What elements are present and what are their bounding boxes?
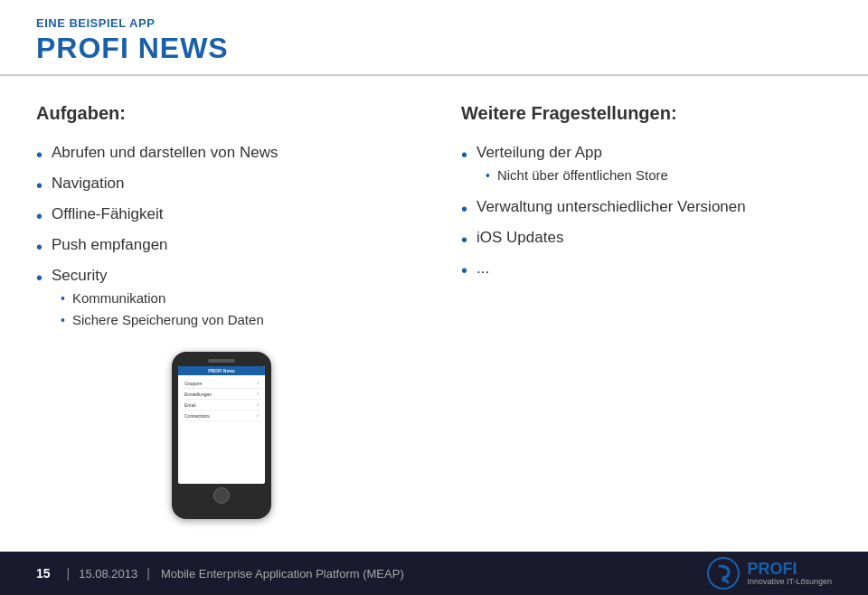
list-item: Sichere Speicherung von Daten [52,312,407,328]
footer: 15 | 15.08.2013 | Mobile Enterprise Appl… [0,552,868,595]
list-item-text: Security Kommunikation Sichere Speicheru… [52,267,407,334]
header-subtitle: Eine Beispiel App [36,16,832,30]
footer-description: Mobile Enterprise Application Platform (… [161,567,404,581]
main-content: Aufgaben: Abrufen und darstellen von New… [0,76,868,552]
list-item: iOS Updates [461,229,832,250]
list-item: Navigation [36,175,407,196]
header-title: PROFI NEWS [36,32,832,65]
phone-screen-body: Gruppen Einstellungen Email Connections [178,375,265,484]
list-item-text: Verwaltung unterschiedlicher Versionen [476,198,832,216]
phone-menu-item: Email [182,400,261,411]
list-item-text: iOS Updates [476,229,832,247]
list-item: ... [461,260,832,281]
list-item-text: Push empfangen [52,236,407,254]
list-item: Verwaltung unterschiedlicher Versionen [461,198,832,220]
footer-logo-tagline: Innovative IT-Lösungen [747,577,832,587]
sub-bullet-list: Nicht über öffentlichen Store [476,167,832,184]
footer-divider: | [67,566,71,581]
footer-page-number: 15 [36,566,51,581]
footer-logo-name: PROFI [747,561,832,577]
list-item: Abrufen und darstellen von News [36,144,407,165]
list-item-text: ... [476,260,832,278]
right-bullet-list: Verteilung der App Nicht über öffentlich… [461,144,832,281]
list-item-text: Navigation [52,175,407,193]
left-column: Aufgaben: Abrufen und darstellen von New… [36,103,443,543]
list-item: Kommunikation [52,290,407,307]
list-item-text: Abrufen und darstellen von News [52,144,407,162]
phone-screen-header: PROFI News [178,366,265,375]
list-item: Security Kommunikation Sichere Speicheru… [36,267,407,334]
profi-logo-icon [707,557,740,590]
phone-speaker [208,359,235,363]
svg-point-0 [708,558,739,589]
phone-menu-item: Einstellungen [182,389,261,400]
phone-home-button [213,487,230,504]
list-item-text: Kommunikation [72,290,165,306]
phone-menu-item: Gruppen [182,378,261,389]
footer-logo: PROFI Innovative IT-Lösungen [707,557,832,590]
phone-container: PROFI News Gruppen Einstellungen Email C… [36,352,407,519]
list-item: Push empfangen [36,236,407,258]
header: Eine Beispiel App PROFI NEWS [0,0,868,76]
list-item: Nicht über öffentlichen Store [476,167,832,184]
footer-logo-text: PROFI Innovative IT-Lösungen [747,561,832,587]
phone-screen: PROFI News Gruppen Einstellungen Email C… [178,366,265,484]
list-item: Offline-Fähigkeit [36,205,407,227]
right-section-heading: Weitere Fragestellungen: [461,103,832,124]
footer-divider2: | [146,566,150,581]
phone-menu-item: Connections [182,411,261,421]
sub-bullet-list: Kommunikation Sichere Speicherung von Da… [52,290,407,328]
left-bullet-list: Abrufen und darstellen von News Navigati… [36,144,407,334]
list-item-text: Verteilung der App Nicht über öffentlich… [476,144,832,189]
list-item: Verteilung der App Nicht über öffentlich… [461,144,832,189]
phone-mockup: PROFI News Gruppen Einstellungen Email C… [172,352,271,519]
left-section-heading: Aufgaben: [36,103,407,124]
right-column: Weitere Fragestellungen: Verteilung der … [443,103,832,543]
list-item-text: Sichere Speicherung von Daten [72,312,264,327]
list-item-text: Offline-Fähigkeit [52,205,407,223]
list-item-text: Nicht über öffentlichen Store [497,167,668,183]
footer-date: 15.08.2013 [79,567,137,581]
